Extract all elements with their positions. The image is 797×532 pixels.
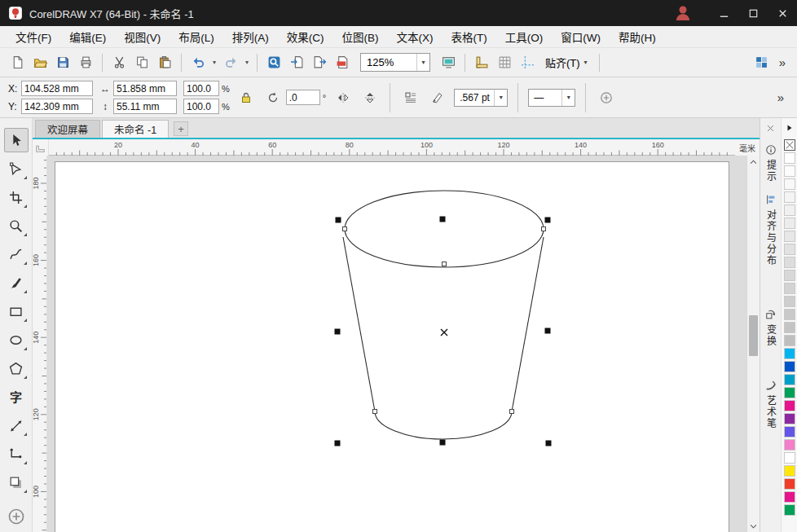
connector-tool[interactable]: [4, 442, 29, 466]
menu-table[interactable]: 表格(T): [443, 25, 496, 48]
curve-node[interactable]: [343, 227, 347, 231]
swatch-c9c9c9[interactable]: [784, 309, 795, 320]
selection-handle[interactable]: [545, 328, 551, 334]
polygon-tool[interactable]: [4, 356, 29, 380]
swatch-d3d3d3[interactable]: [784, 283, 795, 294]
close-button[interactable]: [768, 0, 797, 26]
rectangle-tool[interactable]: [4, 299, 29, 323]
scale-horizontal-input[interactable]: [183, 81, 219, 96]
swatch-fcfcfc[interactable]: [784, 165, 795, 177]
property-bar-overflow[interactable]: »: [773, 90, 789, 104]
new-tab-button[interactable]: +: [174, 121, 188, 136]
print-button[interactable]: [75, 52, 96, 73]
chevron-down-icon[interactable]: ▾: [243, 59, 251, 66]
user-account-icon[interactable]: [673, 3, 693, 23]
swatch-d8d8d8[interactable]: [784, 270, 795, 281]
add-tools-button[interactable]: [7, 508, 25, 525]
docker-tab-artistic-media[interactable]: 艺术笔: [765, 380, 777, 429]
selection-handle[interactable]: [440, 217, 446, 222]
open-document-button[interactable]: [29, 52, 51, 73]
menu-layout[interactable]: 布局(L): [170, 25, 223, 48]
swatch-f57ecb[interactable]: [784, 439, 795, 451]
swatch-00b4f0[interactable]: [784, 348, 795, 359]
toolbar-overflow-button[interactable]: »: [774, 55, 790, 69]
tab-document-1[interactable]: 未命名 -1: [102, 120, 169, 138]
object-height-input[interactable]: [113, 99, 177, 114]
fullscreen-preview-button[interactable]: [438, 52, 459, 73]
vertical-ruler[interactable]: 100120140160180: [33, 156, 47, 532]
swatch-c4c4c4[interactable]: [784, 322, 795, 333]
menu-edit[interactable]: 编辑(E): [60, 25, 115, 48]
selection-handle[interactable]: [546, 441, 552, 446]
chevron-down-icon[interactable]: ▾: [210, 59, 218, 66]
swatch-bfbfbf[interactable]: [784, 335, 795, 346]
swatch-ececec[interactable]: [784, 218, 795, 229]
scroll-up-button[interactable]: [747, 156, 760, 168]
undo-button[interactable]: [187, 52, 209, 73]
swatch-ffffff[interactable]: [784, 152, 795, 164]
paste-button[interactable]: [154, 52, 175, 73]
swatch-e7e7e7[interactable]: [784, 231, 795, 242]
menu-help[interactable]: 帮助(H): [610, 25, 665, 48]
curve-node[interactable]: [443, 262, 447, 266]
horizontal-ruler[interactable]: 20406080100120140160: [49, 139, 735, 156]
cup-shape[interactable]: [343, 191, 544, 439]
crop-tool[interactable]: [4, 185, 29, 209]
swatch-8c28a0[interactable]: [784, 413, 795, 424]
scroll-down-button[interactable]: [747, 520, 760, 531]
y-position-input[interactable]: [21, 99, 93, 114]
docker-tab-align-distribute[interactable]: 对齐与分布: [765, 194, 777, 266]
copy-button[interactable]: [131, 52, 152, 73]
curve-node[interactable]: [510, 410, 514, 414]
mirror-vertical-button[interactable]: [359, 87, 380, 108]
menu-arrange[interactable]: 排列(A): [223, 25, 278, 48]
selection-handle[interactable]: [335, 329, 341, 335]
menu-effects[interactable]: 效果(C): [278, 25, 333, 48]
docker-tab-transform[interactable]: 变换: [765, 309, 777, 347]
pick-tool[interactable]: [4, 128, 29, 152]
swatch-no-color[interactable]: [784, 139, 795, 151]
wrap-text-button[interactable]: [400, 87, 421, 108]
scale-vertical-input[interactable]: [183, 99, 219, 114]
menu-window[interactable]: 窗口(W): [552, 25, 610, 48]
curve-nodes[interactable]: [343, 227, 546, 414]
add-property-button[interactable]: [596, 87, 616, 108]
swatch-f8f8f8[interactable]: [784, 178, 795, 190]
docker-tab-hints[interactable]: 提示: [765, 144, 777, 182]
maximize-button[interactable]: [738, 0, 768, 26]
mirror-horizontal-button[interactable]: [332, 87, 353, 108]
curve-node[interactable]: [542, 227, 546, 231]
freehand-tool[interactable]: [4, 242, 29, 266]
menu-file[interactable]: 文件(F): [7, 25, 60, 48]
artistic-media-tool[interactable]: [4, 270, 29, 295]
swatch-6455e6[interactable]: [784, 426, 795, 437]
rotation-angle-input[interactable]: [286, 90, 320, 105]
swatch-cecece[interactable]: [784, 296, 795, 307]
swatch-dddddd[interactable]: [784, 257, 795, 268]
cut-button[interactable]: [108, 52, 130, 73]
zoom-level-combo[interactable]: 125%▾: [360, 53, 430, 72]
swatch-ffe605[interactable]: [784, 465, 795, 477]
swatch-00a058[interactable]: [784, 387, 795, 398]
selection-handle[interactable]: [336, 218, 341, 223]
palette-flyout-button[interactable]: [786, 118, 794, 138]
ruler-origin-button[interactable]: [33, 139, 49, 156]
text-tool[interactable]: 字: [4, 385, 29, 409]
swatch-f03c28[interactable]: [784, 478, 795, 490]
outline-width-combo[interactable]: .567 pt ▾: [454, 89, 508, 107]
swatch-e2e2e2[interactable]: [784, 244, 795, 255]
parallel-dimension-tool[interactable]: [4, 413, 29, 437]
menu-text[interactable]: 文本(X): [388, 25, 443, 48]
options-button[interactable]: [751, 52, 773, 73]
swatch-ffffff[interactable]: [784, 452, 795, 464]
zoom-tool[interactable]: [4, 213, 29, 238]
minimize-button[interactable]: [709, 0, 738, 26]
snap-to-dropdown[interactable]: 贴齐(T)▾: [539, 52, 593, 73]
selection-handle[interactable]: [440, 440, 446, 446]
x-position-input[interactable]: [21, 81, 93, 96]
scrollbar-thumb[interactable]: [749, 315, 758, 356]
menu-tools[interactable]: 工具(O): [496, 25, 553, 48]
chevron-down-icon[interactable]: ▾: [494, 90, 507, 106]
swatch-00a058[interactable]: [784, 504, 795, 516]
shape-tool[interactable]: [4, 156, 29, 181]
